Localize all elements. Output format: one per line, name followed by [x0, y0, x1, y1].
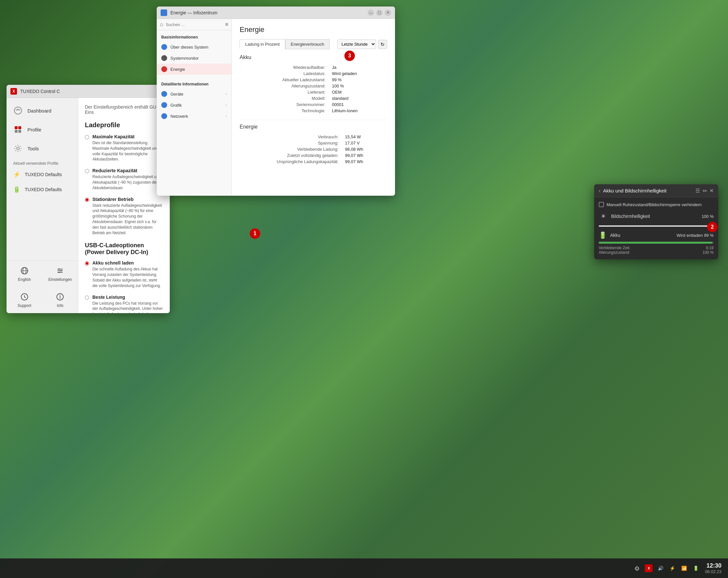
svg-point-13: [58, 269, 60, 270]
tab-energieverbrauch[interactable]: Energieverbrauch: [285, 39, 330, 49]
akku-checkbox-row: Manuell Ruhezustand/Bildschirmsperre ver…: [599, 202, 713, 207]
akku-section-title: Akku: [240, 54, 387, 60]
nav-systemmonitor[interactable]: Systemmonitor: [157, 53, 231, 64]
nav-grafik[interactable]: Grafik ›: [157, 100, 231, 111]
profile-item-1[interactable]: ⚡ TUXEDO Defaults: [6, 167, 78, 182]
taskbar-tuxedo-icon[interactable]: X: [645, 564, 653, 572]
basisinfo-section: Basisinformationen Über dieses System Sy…: [157, 30, 231, 77]
tuxedo-body: Dashboard Profile: [6, 98, 170, 313]
kde-search-bar: ⌂ ≡: [157, 19, 231, 30]
svg-point-6: [17, 147, 19, 150]
minimize-button[interactable]: —: [368, 9, 374, 16]
zuletzt-value: 99,07 Wh: [345, 153, 387, 158]
svg-rect-3: [18, 126, 21, 129]
zuletzt-label: Zuletzt vollständig geladen:: [253, 153, 339, 158]
nav-ueber[interactable]: Über dieses System: [157, 42, 231, 53]
battery-icon: 🔋: [599, 231, 607, 239]
akku-row: 🔋 Akku Wird entladen 99 %: [599, 231, 713, 239]
akku-settings-icon[interactable]: ⇔: [703, 188, 707, 194]
tools-icon: [13, 143, 23, 153]
option3-label: Stationärer Betrieb: [93, 197, 163, 202]
nav-netzwerk[interactable]: Netzwerk ›: [157, 111, 231, 122]
sidebar-item-tools[interactable]: Tools: [6, 139, 78, 158]
tuxedo-icon: X: [10, 88, 17, 94]
tab-ladung[interactable]: Ladung in Prozent: [240, 39, 285, 49]
option3-desc: Stark reduzierte Aufladegeschwindigkeit …: [93, 203, 163, 236]
support-button[interactable]: Support: [6, 287, 43, 313]
ladeprofile-radio-1[interactable]: [85, 135, 89, 139]
energie-label: Energie: [171, 67, 185, 72]
akku-back-button[interactable]: ‹: [599, 188, 600, 194]
brightness-section: ☀ Bildschirmhelligkeit 100 %: [599, 212, 713, 227]
tuxedo-window-title: TUXEDO Control C: [20, 89, 166, 94]
kde-main-content: Energie Ladung in Prozent Energieverbrau…: [232, 19, 395, 196]
close-button[interactable]: ✕: [385, 9, 391, 16]
energie-info-grid: Verbrauch: 15,54 W Spannung: 17,07 V Ver…: [240, 134, 387, 164]
brightness-bar[interactable]: [599, 225, 713, 227]
kde-titlebar: Energie — Infozentrum — ▢ ✕: [157, 6, 395, 19]
taskbar-bluetooth-icon[interactable]: ⚡: [668, 564, 676, 572]
akku-body: Manuell Ruhezustand/Bildschirmsperre ver…: [594, 197, 718, 259]
technologie-label: Technologie:: [253, 108, 326, 113]
ladeprofile-option-2: Reduzierte Kapazität Reduzierte Aufladeg…: [85, 168, 163, 191]
taskbar-wifi-icon[interactable]: 📶: [680, 564, 688, 572]
ladeprofile-radio-2[interactable]: [85, 169, 89, 173]
systemmonitor-icon: [161, 55, 167, 61]
usbc-radio-2[interactable]: [85, 296, 89, 300]
time-select-container: Letzte Stunde ↻: [337, 39, 387, 49]
detailliert-label: Detaillierte Informationen: [157, 80, 231, 88]
profile-item-2[interactable]: 🔋 TUXEDO Defaults: [6, 182, 78, 197]
refresh-button[interactable]: ↻: [378, 40, 387, 49]
badge-3: 3: [344, 51, 355, 61]
battery-sidebar-icon: 🔋: [13, 186, 20, 193]
alterungszustand-panel-value: 100 %: [703, 250, 713, 255]
akku-section: 🔋 Akku Wird entladen 99 % Verbleibende Z…: [599, 231, 713, 255]
kde-sidebar: ⌂ ≡ Basisinformationen Über dieses Syste…: [157, 19, 232, 196]
option4-desc: Die schnelle Aufladung des Akkus hat Vor…: [93, 267, 163, 288]
nav-energie[interactable]: Energie: [157, 64, 231, 75]
taskbar-audio-icon[interactable]: 🔊: [656, 564, 664, 572]
nav-geraete[interactable]: Geräte ›: [157, 88, 231, 100]
maximize-button[interactable]: ▢: [376, 9, 383, 16]
info-button[interactable]: Info: [43, 287, 78, 313]
brightness-row: ☀ Bildschirmhelligkeit 100 %: [599, 212, 713, 221]
sidebar-bottom: English Einstellungen: [6, 260, 78, 313]
brightness-fill: [599, 225, 713, 227]
support-icon: [20, 292, 29, 301]
time-select[interactable]: Letzte Stunde: [337, 39, 376, 49]
einstellungen-label: Einstellungen: [48, 277, 72, 282]
tuxedo-titlebar: X TUXEDO Control C: [6, 85, 170, 98]
verbrauch-value: 15,54 W: [345, 134, 387, 139]
ladeprofile-radio-3[interactable]: [85, 198, 89, 202]
taskbar-time: 12:30 08.02.23: [705, 562, 722, 574]
usbc-radio-1[interactable]: [85, 261, 89, 266]
sidebar-item-dashboard[interactable]: Dashboard: [6, 101, 78, 120]
sidebar-item-profile[interactable]: Profile: [6, 120, 78, 139]
menu-icon[interactable]: ≡: [225, 22, 228, 27]
einstellungen-button[interactable]: Einstellungen: [43, 261, 78, 287]
akku-menu-icon[interactable]: ☰: [695, 188, 700, 194]
grafik-icon: [161, 102, 167, 108]
brightness-label: Bildschirmhelligkeit: [611, 214, 698, 219]
akku-detail-row: Verbleibende Zeit: 6:19: [599, 246, 713, 250]
taskbar-power-icon[interactable]: ⏻: [633, 564, 641, 572]
akku-close-icon[interactable]: ✕: [709, 188, 713, 194]
taskbar-battery-icon[interactable]: 🔋: [692, 564, 700, 572]
profile-2-label: TUXEDO Defaults: [25, 187, 62, 192]
kde-window: Energie — Infozentrum — ▢ ✕ ⌂ ≡ Basisinf…: [157, 6, 395, 196]
usbc-option-1: Akku schnell laden Die schnelle Aufladun…: [85, 260, 163, 288]
kde-body: ⌂ ≡ Basisinformationen Über dieses Syste…: [157, 19, 395, 196]
taskbar-icons: ⏻ X 🔊 ⚡ 📶 🔋: [633, 564, 700, 572]
taskbar: ⏻ X 🔊 ⚡ 📶 🔋 12:30 08.02.23: [0, 558, 728, 578]
kde-window-title: Energie — Infozentrum: [171, 10, 368, 15]
verbrauch-label: Verbrauch:: [253, 134, 339, 139]
akku-checkbox[interactable]: [599, 202, 604, 207]
english-button[interactable]: English: [6, 261, 43, 287]
urspruenglich-value: 99,07 Wh: [345, 159, 387, 164]
kde-search-input[interactable]: [166, 22, 223, 27]
option5-desc: Die Leistung des PCs hat Vorrang vor der…: [93, 301, 163, 313]
svg-rect-4: [15, 130, 18, 133]
akku-alterung-row: Alterungszustand: 100 %: [599, 250, 713, 255]
home-icon[interactable]: ⌂: [160, 22, 163, 27]
profile-icon: [13, 125, 23, 134]
